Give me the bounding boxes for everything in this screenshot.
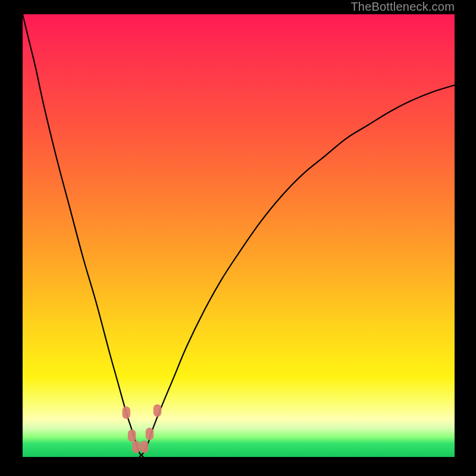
marker-bottom-a xyxy=(132,440,140,453)
curve-left xyxy=(23,14,143,457)
series-left-branch xyxy=(23,14,143,457)
plot-area xyxy=(23,14,455,457)
marker-right-lower xyxy=(146,428,154,440)
curve-markers xyxy=(122,404,161,453)
marker-bottom-b xyxy=(140,440,149,453)
marker-left-lower xyxy=(128,430,136,442)
curve-right xyxy=(139,85,455,457)
marker-left-upper xyxy=(122,406,130,419)
series-right-branch xyxy=(139,85,455,457)
marker-right-upper xyxy=(154,404,162,416)
chart-svg xyxy=(23,14,455,457)
watermark-text: TheBottleneck.com xyxy=(350,0,455,14)
outer-frame: TheBottleneck.com xyxy=(0,0,476,476)
